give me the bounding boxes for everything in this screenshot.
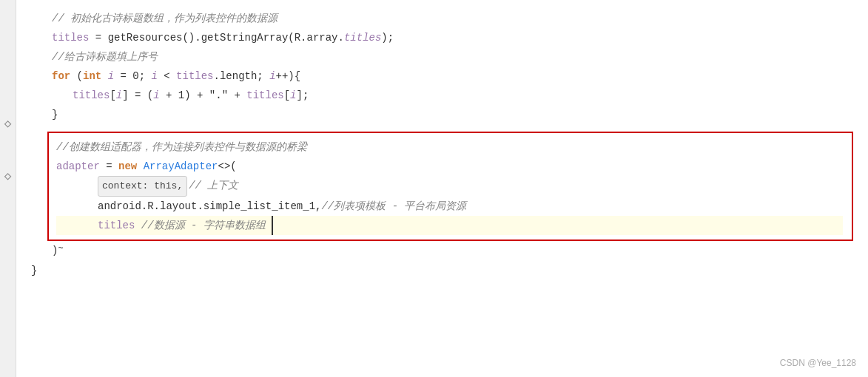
var-titles-4: titles [246,86,283,105]
method-get-resources: getResources [108,28,183,47]
cursor [266,216,273,235]
keyword-for: for [52,67,70,86]
op-equals-2: = [100,157,118,176]
hl-adapter-line: adapter = new ArrayAdapter <>( [56,157,843,176]
bracket-open-1: [ [110,86,115,105]
var-i-1: i [108,67,114,86]
space-1 [101,67,107,86]
var-titles-3: titles [73,86,110,105]
editor-area: ◇ ◇ // 初始化古诗标题数组，作为列表控件的数据源 titles = get… [0,0,868,377]
var-i-6: i [290,86,296,105]
method-get-string-array: getStringArray [201,28,289,47]
keyword-int: int [83,67,101,86]
space-cursor [135,216,141,235]
code-line-close-for: } [31,105,853,124]
semicolon-2: ]; [297,86,309,105]
bracket-open-2: [ [284,86,290,105]
bookmark-icon-1: ◇ [4,118,12,130]
brace-close-for: } [52,105,58,124]
for-cond: < [158,67,176,86]
var-titles-2: titles [176,67,213,86]
for-length: .length; [214,67,270,86]
var-titles-5: titles [98,216,135,235]
code-line-titles-index: titles [ i ] = ( i + 1) + "." + titles [… [31,86,853,105]
highlighted-section: //创建数组适配器，作为连接列表控件与数据源的桥梁 adapter = new … [47,132,853,241]
code-content: // 初始化古诗标题数组，作为列表控件的数据源 titles = getReso… [16,0,868,377]
watermark: CSDN @Yee_1128 [780,358,856,368]
bracket-close-1: ] = ( [122,86,153,105]
blank-line [31,124,853,132]
for-init: = 0; [114,67,151,86]
paren-1: (). [182,28,201,47]
hl-context-line: context: this, // 上下文 [56,176,843,197]
var-i-3: i [269,67,275,86]
space-2 [137,157,143,176]
comment-text-1: // 初始化古诗标题数组，作为列表控件的数据源 [52,9,277,28]
generic-1: <>( [218,157,236,176]
for-inc: ++){ [276,67,301,86]
class-arrayadapter: ArrayAdapter [144,157,218,176]
var-titles-italic: titles [344,28,381,47]
code-line-close-adapter: ) ~ [52,241,853,261]
hl-comment: //创建数组适配器，作为连接列表控件与数据源的桥梁 [56,137,843,157]
comment-text-2: //给古诗标题填上序号 [52,47,158,67]
keyword-new: new [118,157,137,176]
semicolon-1: ); [381,28,394,47]
paren-2: (R.array. [288,28,344,47]
layout-text: android.R.layout.simple_list_item_1, [98,197,321,216]
outer-brace-close: } [31,261,37,280]
var-adapter: adapter [56,157,100,176]
op-equals-1: = [89,28,107,47]
hl-context-comment: // 上下文 [189,176,238,195]
hl-layout-line: android.R.layout.simple_list_item_1, //列… [56,197,843,216]
hl-titles-line: titles //数据源 - 字符串数据组 [56,216,843,235]
var-titles-1: titles [52,28,89,47]
var-i-5: i [153,86,159,105]
code-line-for: for ( int i = 0; i < titles .length; i +… [31,67,853,86]
code-line-comment2: //给古诗标题填上序号 [31,47,853,67]
hl-comment-text: //创建数组适配器，作为连接列表控件与数据源的桥梁 [56,137,307,157]
code-line-titles-assign: titles = getResources (). getStringArray… [31,28,853,47]
hl-titles-comment: //数据源 - 字符串数据组 [141,216,266,235]
tooltip-context: context: this, [98,176,187,197]
bookmark-icon-2: ◇ [4,171,12,183]
left-gutter: ◇ ◇ [0,0,16,377]
expr-1: + 1) + "." + [160,86,247,105]
code-line-close-outer: } [31,261,853,280]
hl-layout-comment: //列表项模板 - 平台布局资源 [321,197,466,216]
close-paren-semi: ) [52,241,58,260]
for-paren-open: ( [70,67,83,86]
var-i-4: i [116,86,122,105]
tilde-char: ~ [58,239,63,258]
var-i-2: i [151,67,157,86]
code-line-comment1: // 初始化古诗标题数组，作为列表控件的数据源 [31,9,853,28]
